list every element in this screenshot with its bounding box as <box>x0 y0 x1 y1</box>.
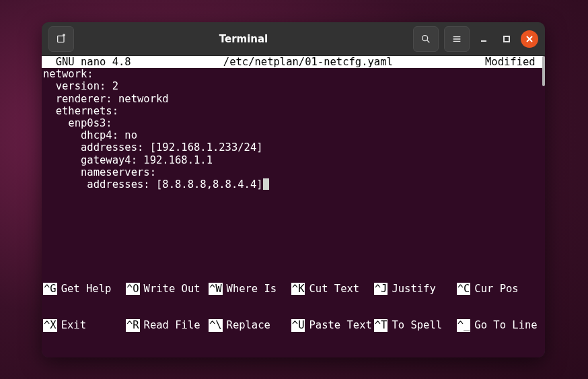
new-tab-button[interactable] <box>48 26 74 52</box>
shortcut-go-to-line[interactable]: ^_Go To Line <box>457 319 540 331</box>
svg-rect-0 <box>58 36 64 42</box>
search-button[interactable] <box>413 26 439 52</box>
editor-line: ethernets: <box>43 105 118 117</box>
editor-line: nameservers: <box>43 166 156 178</box>
shortcut-row-2: ^XExit ^RRead File ^\Replace ^UPaste Tex… <box>43 319 540 331</box>
editor-line: network: <box>43 68 94 80</box>
shortcut-cut-text[interactable]: ^KCut Text <box>291 283 374 295</box>
window-title: Terminal <box>74 33 413 45</box>
terminal-window: Terminal GNU nano 4.8 /etc/netplan/01-ne… <box>42 22 545 357</box>
editor-line: addresses: [8.8.8.8,8.8.4.4] <box>43 178 263 191</box>
svg-rect-9 <box>504 36 509 42</box>
editor-line: enp0s3: <box>43 117 112 129</box>
shortcut-read-file[interactable]: ^RRead File <box>126 319 209 331</box>
titlebar-right <box>413 26 538 52</box>
shortcut-exit[interactable]: ^XExit <box>43 319 126 331</box>
editor-line: version: 2 <box>43 80 118 92</box>
editor-line: gateway4: 192.168.1.1 <box>43 154 213 166</box>
editor-line: dhcp4: no <box>43 129 137 141</box>
titlebar: Terminal <box>42 22 545 56</box>
nano-status-bar: GNU nano 4.8 /etc/netplan/01-netcfg.yaml… <box>42 56 543 68</box>
nano-filename: /etc/netplan/01-netcfg.yaml <box>131 56 485 68</box>
menu-button[interactable] <box>444 26 470 52</box>
shortcut-cur-pos[interactable]: ^CCur Pos <box>457 283 540 295</box>
close-button[interactable] <box>521 30 538 48</box>
minimize-button[interactable] <box>475 30 492 48</box>
svg-line-4 <box>427 40 429 42</box>
nano-shortcut-bar: ^GGet Help ^OWrite Out ^WWhere Is ^KCut … <box>42 258 541 357</box>
shortcut-write-out[interactable]: ^OWrite Out <box>126 283 209 295</box>
shortcut-get-help[interactable]: ^GGet Help <box>43 283 126 295</box>
shortcut-justify[interactable]: ^JJustify <box>374 283 457 295</box>
shortcut-where-is[interactable]: ^WWhere Is <box>209 283 291 295</box>
editor-line: addresses: [192.168.1.233/24] <box>43 141 263 153</box>
shortcut-row-1: ^GGet Help ^OWrite Out ^WWhere Is ^KCut … <box>43 283 540 295</box>
text-cursor <box>263 178 269 190</box>
nano-modified-flag: Modified <box>485 56 542 68</box>
shortcut-replace[interactable]: ^\Replace <box>209 319 291 331</box>
shortcut-to-spell[interactable]: ^TTo Spell <box>374 319 457 331</box>
terminal-viewport[interactable]: GNU nano 4.8 /etc/netplan/01-netcfg.yaml… <box>42 56 545 357</box>
nano-app-version: GNU nano 4.8 <box>43 56 131 68</box>
scrollbar-thumb[interactable] <box>542 56 545 86</box>
maximize-button[interactable] <box>498 30 515 48</box>
editor-content[interactable]: network: version: 2 renderer: networkd e… <box>42 68 543 191</box>
shortcut-paste-text[interactable]: ^UPaste Text <box>291 319 374 331</box>
editor-line: renderer: networkd <box>43 93 169 105</box>
svg-point-3 <box>422 35 428 40</box>
